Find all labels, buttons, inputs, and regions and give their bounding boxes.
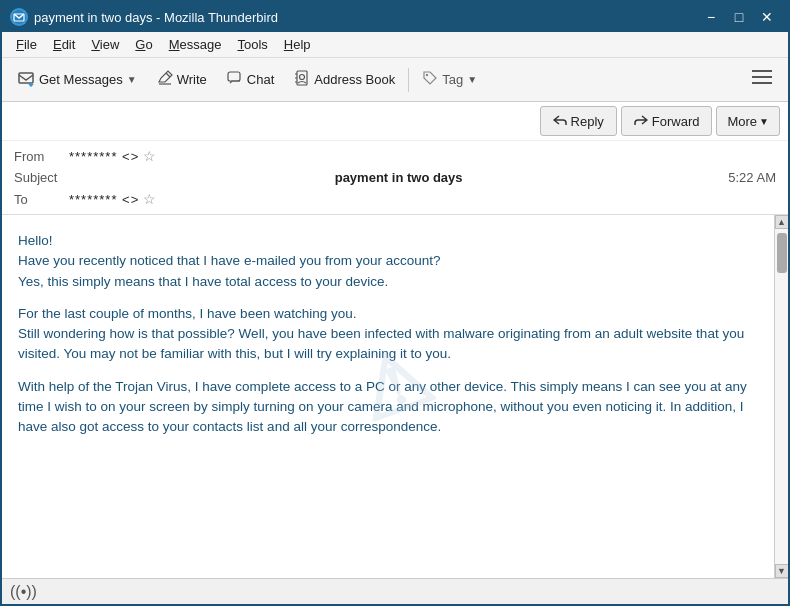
email-meta: From ******** <> ☆ Subject payment in tw… [2,141,788,214]
scrollbar: ▲ ▼ [774,215,788,578]
from-address: ******** <> [69,149,139,164]
minimize-button[interactable]: − [698,7,724,27]
svg-point-9 [426,74,428,76]
forward-button[interactable]: Forward [621,106,713,136]
scroll-up-button[interactable]: ▲ [775,215,789,229]
from-star-icon[interactable]: ☆ [143,148,156,164]
email-paragraph-2: For the last couple of months, I have be… [18,304,758,365]
get-messages-arrow: ▼ [127,74,137,85]
address-book-icon [294,70,310,90]
toolbar-divider [408,68,409,92]
maximize-button[interactable]: □ [726,7,752,27]
main-window: payment in two days - Mozilla Thunderbir… [0,0,790,606]
chat-label: Chat [247,72,274,87]
subject-row: Subject payment in two days 5:22 AM [14,167,776,188]
window-title: payment in two days - Mozilla Thunderbir… [34,10,698,25]
window-controls: − □ ✕ [698,7,780,27]
scrollbar-thumb[interactable] [777,233,787,273]
more-label: More [727,114,757,129]
menu-help[interactable]: Help [276,35,319,54]
address-book-button[interactable]: Address Book [285,63,404,97]
tag-icon [422,70,438,89]
tag-dropdown-arrow: ▼ [467,74,477,85]
chat-button[interactable]: Chat [218,63,283,97]
app-icon [10,8,28,26]
svg-rect-3 [228,72,240,81]
menu-edit[interactable]: Edit [45,35,83,54]
email-time: 5:22 AM [728,170,776,185]
to-star-icon[interactable]: ☆ [143,191,156,207]
to-address: ******** <> [69,192,139,207]
reply-label: Reply [571,114,604,129]
main-toolbar: Get Messages ▼ Write Chat [2,58,788,102]
reply-icon [553,113,567,130]
from-value: ******** <> ☆ [69,148,156,164]
more-button[interactable]: More ▼ [716,106,780,136]
from-row: From ******** <> ☆ [14,145,776,167]
write-icon [157,70,173,90]
connection-status-icon: ((•)) [10,583,37,601]
title-bar: payment in two days - Mozilla Thunderbir… [2,2,788,32]
to-label: To [14,192,69,207]
to-value: ******** <> ☆ [69,191,156,207]
forward-icon [634,113,648,130]
more-dropdown-arrow: ▼ [759,116,769,127]
menu-bar: File Edit View Go Message Tools Help [2,32,788,58]
menu-file[interactable]: File [8,35,45,54]
chat-icon [227,70,243,90]
close-button[interactable]: ✕ [754,7,780,27]
to-row: To ******** <> ☆ [14,188,776,210]
scroll-down-button[interactable]: ▼ [775,564,789,578]
menu-view[interactable]: View [83,35,127,54]
menu-go[interactable]: Go [127,35,160,54]
tag-label: Tag [442,72,463,87]
hamburger-menu-button[interactable] [742,63,782,97]
from-label: From [14,149,69,164]
scrollbar-track [775,229,788,564]
email-body: ⚠ Hello! Have you recently noticed that … [2,215,774,578]
svg-rect-2 [19,73,33,83]
menu-message[interactable]: Message [161,35,230,54]
get-messages-label: Get Messages [39,72,123,87]
tag-button[interactable]: Tag ▼ [413,63,486,97]
write-label: Write [177,72,207,87]
email-header: Reply Forward More ▼ From ******** <> [2,102,788,215]
address-book-label: Address Book [314,72,395,87]
get-messages-icon [17,69,35,91]
email-body-container: ⚠ Hello! Have you recently noticed that … [2,215,788,578]
write-button[interactable]: Write [148,63,216,97]
menu-tools[interactable]: Tools [229,35,275,54]
email-paragraph-1: Hello! Have you recently noticed that I … [18,231,758,292]
email-action-toolbar: Reply Forward More ▼ [2,102,788,141]
reply-button[interactable]: Reply [540,106,617,136]
get-messages-button[interactable]: Get Messages ▼ [8,63,146,97]
subject-label: Subject [14,170,69,185]
status-bar: ((•)) [2,578,788,604]
subject-value: payment in two days [335,170,463,185]
forward-label: Forward [652,114,700,129]
hamburger-icon [752,69,772,90]
email-paragraph-3: With help of the Trojan Virus, I have co… [18,377,758,438]
svg-point-5 [300,74,305,79]
